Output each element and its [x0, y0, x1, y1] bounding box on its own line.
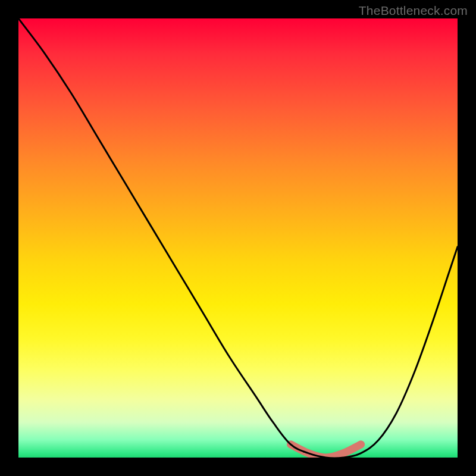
watermark-text: TheBottleneck.com [359, 4, 468, 18]
curve-layer [18, 18, 458, 458]
bottleneck-curve [18, 18, 458, 458]
plot-area [18, 18, 458, 458]
chart-container: TheBottleneck.com [0, 0, 476, 476]
